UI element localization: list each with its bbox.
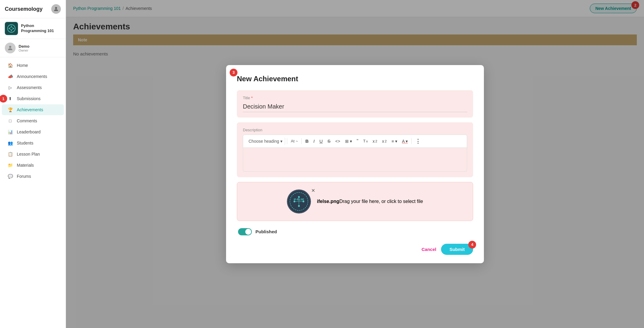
step-badge-1: 1 [0,95,7,103]
upload-filename: ifelse.png [317,199,339,204]
svg-point-3 [11,26,12,27]
toolbar-sep-3 [411,138,412,144]
nav-label-achievements: Achievements [17,107,43,112]
sidebar-item-announcements[interactable]: 📣 Announcements [2,71,64,82]
toolbar-list[interactable]: ≡ ▾ [390,138,399,145]
heading-label: Choose heading [249,139,279,144]
toolbar-subscript[interactable]: x2 [371,138,379,145]
sidebar-user: Demo Owner [0,39,66,57]
sidebar-item-lesson-plan[interactable]: 📋 Lesson Plan [2,149,64,160]
published-row: Published [237,226,473,238]
heading-chevron: ▾ [280,139,282,144]
upload-preview: IF-ELSE ✕ [287,189,311,213]
announcements-icon: 📣 [7,74,13,79]
nav-label-forums: Forums [17,174,31,179]
achievements-icon: 🏆 [7,107,13,112]
user-avatar [5,43,16,53]
nav-label-assessments: Assessments [17,85,42,90]
submissions-icon: ⬆ [7,96,13,101]
nav-label-lesson-plan: Lesson Plan [17,152,40,157]
editor-body[interactable] [243,148,467,172]
svg-point-0 [55,7,57,9]
step-badge-3: 3 [230,69,237,76]
svg-point-12 [303,201,304,202]
sidebar-item-assessments[interactable]: ▷ Assessments [2,82,64,93]
course-name: Python Programming 101 [21,23,54,34]
published-label: Published [255,229,277,234]
sidebar: Coursemology Python Programming 101 Demo… [0,0,66,328]
toolbar-superscript[interactable]: x2 [380,138,388,145]
lesson-plan-icon: 📋 [7,152,13,157]
description-section: Description Choose heading ▾ At ~ B I U [237,122,473,177]
sidebar-item-leaderboard[interactable]: 📊 Leaderboard [2,127,64,137]
sidebar-item-students[interactable]: 👥 Students [2,138,64,148]
sidebar-course: Python Programming 101 [0,18,66,39]
at-label: At ~ [289,138,300,145]
comments-icon: □ [7,118,13,123]
title-label: Title * [243,96,467,100]
home-icon: 🏠 [7,63,13,68]
user-avatar-top[interactable] [51,4,61,14]
nav-label-announcements: Announcements [17,74,47,79]
modal-title: New Achievement [237,75,473,83]
heading-dropdown[interactable]: Choose heading ▾ [246,138,285,145]
toolbar-bold[interactable]: B [303,137,310,145]
user-info: Demo Owner [19,44,29,52]
students-icon: 👥 [7,141,13,145]
nav-label-students: Students [17,141,33,145]
svg-point-13 [298,196,300,198]
materials-icon: 📁 [7,163,13,168]
description-label: Description [243,128,467,132]
nav-label-leaderboard: Leaderboard [17,130,40,134]
svg-point-6 [13,28,14,29]
toggle-thumb [245,229,251,235]
toolbar-code[interactable]: <> [333,138,342,145]
svg-point-5 [9,28,10,29]
toolbar-clear[interactable]: Tx [361,138,369,145]
toolbar-text-color[interactable]: A ▾ [400,138,410,145]
modal: 3 New Achievement Title * Description Ch… [226,65,484,263]
user-name: Demo [19,44,29,49]
toolbar-more[interactable]: ⋮ [413,137,422,146]
upload-section[interactable]: IF-ELSE ✕ ifelse.pngDrag your file here,… [237,182,473,221]
published-toggle[interactable] [238,228,252,235]
sidebar-logo: Coursemology [0,0,66,18]
sidebar-item-achievements[interactable]: 🏆 Achievements [2,104,64,115]
svg-point-14 [298,205,300,207]
title-input[interactable] [243,102,467,112]
upload-text: ifelse.pngDrag your file here, or click … [317,199,423,204]
app-name: Coursemology [5,6,43,12]
toolbar-underline[interactable]: U [318,137,325,145]
toolbar-strikethrough[interactable]: S [326,137,332,145]
nav-label-materials: Materials [17,163,34,168]
toolbar-sep-1 [287,138,287,144]
title-section: Title * [237,90,473,118]
cancel-button[interactable]: Cancel [422,247,436,252]
toolbar-blockquote[interactable]: " [355,137,360,145]
sidebar-nav: 🏠 Home 📣 Announcements ▷ Assessments 1 ⬆… [0,57,66,328]
nav-label-submissions: Submissions [17,96,40,101]
sidebar-item-forums[interactable]: 💬 Forums [2,171,64,182]
toolbar-italic[interactable]: I [312,137,316,145]
main-area: Python Programming 101 / Achievements 2 … [66,0,644,328]
sidebar-item-materials[interactable]: 📁 Materials [2,160,64,171]
leaderboard-icon: 📊 [7,130,13,134]
modal-overlay: 3 New Achievement Title * Description Ch… [66,0,644,328]
toolbar-table[interactable]: ⊞ ▾ [343,138,354,145]
modal-footer: Cancel 4 Submit [237,244,473,255]
forums-icon: 💬 [7,174,13,179]
upload-image: IF-ELSE [287,189,311,213]
user-role: Owner [19,49,29,52]
nav-label-comments: Comments [17,118,37,123]
svg-point-4 [11,30,12,31]
sidebar-item-comments[interactable]: □ Comments [2,115,64,126]
assessments-icon: ▷ [7,85,13,90]
sidebar-item-submissions[interactable]: 1 ⬆ Submissions [2,93,64,104]
sidebar-item-home[interactable]: 🏠 Home [2,60,64,71]
title-required: * [251,96,253,100]
upload-close-button[interactable]: ✕ [311,188,315,193]
editor-toolbar: Choose heading ▾ At ~ B I U S <> ⊞ ▾ " T… [243,135,467,148]
svg-point-7 [9,46,11,48]
course-icon [5,22,18,35]
drag-text: Drag your file here, or click to select … [339,199,423,204]
